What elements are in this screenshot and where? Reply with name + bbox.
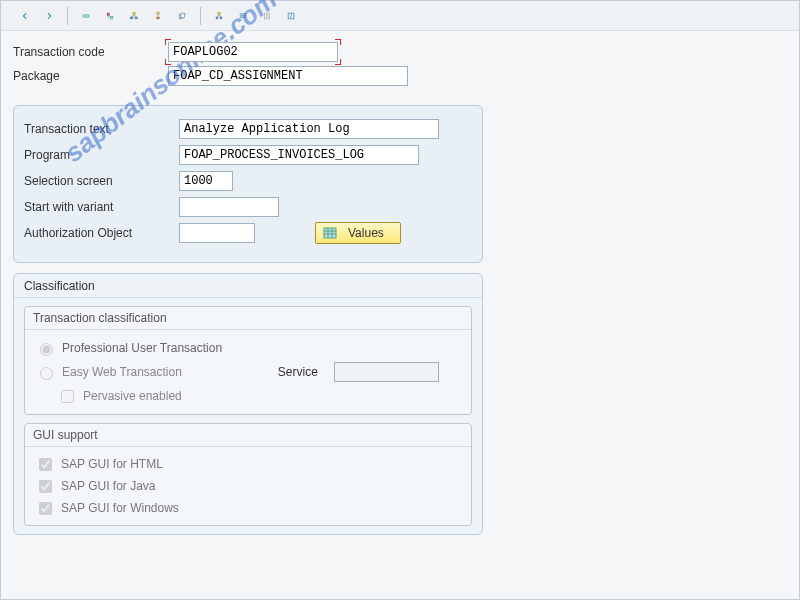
package-input[interactable] — [168, 66, 408, 86]
program-label: Program — [24, 148, 179, 162]
svg-rect-15 — [241, 14, 242, 16]
gui-support-title: GUI support — [25, 424, 471, 447]
doc-icon[interactable] — [257, 6, 277, 26]
authorization-object-label: Authorization Object — [24, 226, 179, 240]
table-icon — [322, 225, 338, 241]
start-with-variant-input[interactable] — [179, 197, 279, 217]
gui-windows-checkbox[interactable] — [39, 502, 52, 515]
svg-rect-6 — [135, 17, 137, 19]
service-label: Service — [278, 365, 318, 379]
selection-screen-label: Selection screen — [24, 174, 179, 188]
svg-rect-7 — [157, 12, 159, 14]
transaction-code-input[interactable] — [168, 42, 338, 62]
gui-html-checkbox[interactable] — [39, 458, 52, 471]
professional-user-radio[interactable] — [40, 343, 53, 356]
pervasive-label: Pervasive enabled — [83, 389, 182, 403]
start-with-variant-label: Start with variant — [24, 200, 179, 214]
gui-support-panel: GUI support SAP GUI for HTML SAP GUI for… — [24, 423, 472, 526]
tree1-icon[interactable] — [100, 6, 120, 26]
classification-title: Classification — [14, 274, 482, 298]
svg-rect-13 — [220, 17, 222, 19]
gui-java-label: SAP GUI for Java — [61, 479, 155, 493]
separator — [200, 7, 201, 25]
selection-screen-input[interactable] — [179, 171, 233, 191]
transaction-text-input[interactable] — [179, 119, 439, 139]
values-button-label: Values — [348, 226, 384, 240]
tree3-icon[interactable] — [148, 6, 168, 26]
professional-user-label: Professional User Transaction — [62, 341, 222, 355]
details-panel: Transaction text Program Selection scree… — [13, 105, 483, 263]
svg-rect-11 — [218, 12, 220, 14]
package-label: Package — [13, 69, 168, 83]
authorization-object-input[interactable] — [179, 223, 255, 243]
service-input — [334, 362, 439, 382]
svg-rect-8 — [157, 17, 159, 19]
svg-rect-14 — [240, 13, 246, 17]
svg-rect-5 — [131, 17, 133, 19]
tree2-icon[interactable] — [124, 6, 144, 26]
info-icon[interactable]: i — [281, 6, 301, 26]
classification-panel: Classification Transaction classificatio… — [13, 273, 483, 535]
svg-rect-20 — [324, 228, 336, 238]
transaction-classification-title: Transaction classification — [25, 307, 471, 330]
easy-web-label: Easy Web Transaction — [62, 365, 182, 379]
separator — [67, 7, 68, 25]
svg-rect-2 — [107, 13, 109, 15]
gui-html-label: SAP GUI for HTML — [61, 457, 163, 471]
gui-java-checkbox[interactable] — [39, 480, 52, 493]
svg-rect-4 — [133, 12, 135, 14]
gui-windows-label: SAP GUI for Windows — [61, 501, 179, 515]
values-button[interactable]: Values — [315, 222, 401, 244]
sap-window: i sapbrainsonline.com Transaction code P… — [0, 0, 800, 600]
svg-rect-12 — [216, 17, 218, 19]
org2-icon[interactable] — [233, 6, 253, 26]
transaction-code-label: Transaction code — [13, 45, 168, 59]
easy-web-radio[interactable] — [40, 367, 53, 380]
svg-point-0 — [83, 14, 86, 17]
back-icon[interactable] — [15, 6, 35, 26]
copy-icon[interactable] — [172, 6, 192, 26]
program-input[interactable] — [179, 145, 419, 165]
forward-icon[interactable] — [39, 6, 59, 26]
org1-icon[interactable] — [209, 6, 229, 26]
display-icon[interactable] — [76, 6, 96, 26]
transaction-classification-panel: Transaction classification Professional … — [24, 306, 472, 415]
transaction-text-label: Transaction text — [24, 122, 179, 136]
toolbar: i — [1, 1, 799, 31]
pervasive-checkbox[interactable] — [61, 390, 74, 403]
svg-rect-10 — [181, 13, 184, 18]
svg-point-1 — [86, 14, 89, 17]
svg-rect-16 — [244, 14, 245, 16]
